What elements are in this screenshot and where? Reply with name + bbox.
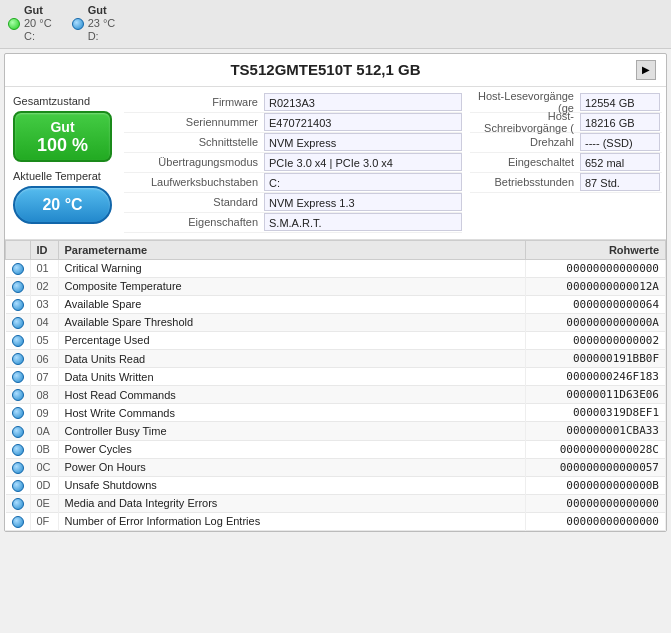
info-row-interface: Schnittstelle NVM Express xyxy=(124,133,462,153)
row-value: 00000000000000 xyxy=(526,259,666,277)
drive-c-label: Gut xyxy=(24,4,52,17)
row-value: 0000000246F183 xyxy=(526,368,666,386)
info-row-power-on: Eingeschaltet 652 mal xyxy=(470,153,662,173)
row-status-dot-cell xyxy=(6,277,31,295)
table-row: 06Data Units Read000000191BB0F xyxy=(6,350,666,368)
table-row: 0CPower On Hours000000000000057 xyxy=(6,458,666,476)
power-on-label: Eingeschaltet xyxy=(470,156,580,168)
row-id: 0D xyxy=(30,476,58,494)
row-value: 0000000000064 xyxy=(526,295,666,313)
smart-table-section: ID Parametername Rohwerte 01Critical War… xyxy=(5,240,666,531)
drive-d-status[interactable]: Gut 23 °C D: xyxy=(72,4,116,44)
row-name: Media and Data Integrity Errors xyxy=(58,494,526,512)
row-value: 00000000000000 xyxy=(526,512,666,530)
row-status-dot xyxy=(12,263,24,275)
serial-label: Seriennummer xyxy=(124,116,264,128)
table-row: 0BPower Cycles00000000000028C xyxy=(6,440,666,458)
row-status-dot xyxy=(12,516,24,528)
drive-c-letter: C: xyxy=(24,30,52,43)
drive-c-status[interactable]: Gut 20 °C C: xyxy=(8,4,52,44)
row-name: Data Units Read xyxy=(58,350,526,368)
row-id: 08 xyxy=(30,386,58,404)
row-id: 0E xyxy=(30,494,58,512)
row-value: 0000000000000A xyxy=(526,313,666,331)
info-row-host-write: Host-Schreibvorgänge ( 18216 GB xyxy=(470,113,662,133)
temp-value: 20 °C xyxy=(42,196,82,213)
row-status-dot xyxy=(12,498,24,510)
firmware-label: Firmware xyxy=(124,96,264,108)
row-name: Available Spare Threshold xyxy=(58,313,526,331)
hours-label: Betriebsstunden xyxy=(470,176,580,188)
info-row-firmware: Firmware R0213A3 xyxy=(124,93,462,113)
row-value: 00000000000000 xyxy=(526,494,666,512)
table-row: 01Critical Warning00000000000000 xyxy=(6,259,666,277)
row-id: 02 xyxy=(30,277,58,295)
standard-value: NVM Express 1.3 xyxy=(264,193,462,211)
row-status-dot xyxy=(12,462,24,474)
info-row-serial: Seriennummer E470721403 xyxy=(124,113,462,133)
table-row: 03Available Spare0000000000064 xyxy=(6,295,666,313)
drive-d-letter: D: xyxy=(88,30,116,43)
drive-letter-value: C: xyxy=(264,173,462,191)
table-row: 0AController Busy Time000000001CBA33 xyxy=(6,422,666,440)
row-id: 0C xyxy=(30,458,58,476)
main-panel: TS512GMTE510T 512,1 GB ▶ Gesamtzustand G… xyxy=(4,53,667,532)
row-status-dot-cell xyxy=(6,476,31,494)
row-value: 00000000000028C xyxy=(526,440,666,458)
row-id: 09 xyxy=(30,404,58,422)
temp-badge: 20 °C xyxy=(13,186,112,224)
firmware-value: R0213A3 xyxy=(264,93,462,111)
row-name: Controller Busy Time xyxy=(58,422,526,440)
rpm-label: Drehzahl xyxy=(470,136,580,148)
standard-label: Standard xyxy=(124,196,264,208)
center-info-panel: Firmware R0213A3 Seriennummer E470721403… xyxy=(120,91,466,235)
table-row: 07Data Units Written0000000246F183 xyxy=(6,368,666,386)
row-status-dot-cell xyxy=(6,331,31,349)
drive-letter-label: Laufwerksbuchstaben xyxy=(124,176,264,188)
row-id: 05 xyxy=(30,331,58,349)
row-status-dot-cell xyxy=(6,440,31,458)
row-value: 000000001CBA33 xyxy=(526,422,666,440)
row-status-dot xyxy=(12,480,24,492)
row-status-dot-cell xyxy=(6,350,31,368)
drive-d-dot xyxy=(72,18,84,30)
row-id: 04 xyxy=(30,313,58,331)
drive-d-label: Gut xyxy=(88,4,116,17)
gut-text: Gut xyxy=(19,119,106,135)
row-name: Composite Temperature xyxy=(58,277,526,295)
row-status-dot xyxy=(12,299,24,311)
row-name: Power Cycles xyxy=(58,440,526,458)
row-value: 0000000000000B xyxy=(526,476,666,494)
col-header-name: Parametername xyxy=(58,240,526,259)
row-value: 00000319D8EF1 xyxy=(526,404,666,422)
next-drive-button[interactable]: ▶ xyxy=(636,60,656,80)
table-row: 08Host Read Commands00000011D63E06 xyxy=(6,386,666,404)
row-status-dot xyxy=(12,317,24,329)
row-name: Power On Hours xyxy=(58,458,526,476)
row-name: Host Write Commands xyxy=(58,404,526,422)
host-write-value: 18216 GB xyxy=(580,113,660,131)
row-id: 0A xyxy=(30,422,58,440)
rpm-value: ---- (SSD) xyxy=(580,133,660,151)
row-status-dot xyxy=(12,353,24,365)
info-row-drive-letter: Laufwerksbuchstaben C: xyxy=(124,173,462,193)
row-value: 000000000000057 xyxy=(526,458,666,476)
row-name: Critical Warning xyxy=(58,259,526,277)
table-row: 05Percentage Used0000000000002 xyxy=(6,331,666,349)
row-status-dot-cell xyxy=(6,458,31,476)
row-status-dot-cell xyxy=(6,422,31,440)
info-row-standard: Standard NVM Express 1.3 xyxy=(124,193,462,213)
smart-table: ID Parametername Rohwerte 01Critical War… xyxy=(5,240,666,531)
row-status-dot xyxy=(12,426,24,438)
row-name: Host Read Commands xyxy=(58,386,526,404)
table-row: 04Available Spare Threshold0000000000000… xyxy=(6,313,666,331)
row-id: 01 xyxy=(30,259,58,277)
row-value: 0000000000012A xyxy=(526,277,666,295)
left-status-panel: Gesamtzustand Gut 100 % Aktuelle Tempera… xyxy=(5,91,120,235)
info-row-rpm: Drehzahl ---- (SSD) xyxy=(470,133,662,153)
interface-value: NVM Express xyxy=(264,133,462,151)
row-value: 000000191BB0F xyxy=(526,350,666,368)
title-row: TS512GMTE510T 512,1 GB ▶ xyxy=(5,54,666,87)
table-header-row: ID Parametername Rohwerte xyxy=(6,240,666,259)
info-row-transfer: Übertragungsmodus PCIe 3.0 x4 | PCIe 3.0… xyxy=(124,153,462,173)
